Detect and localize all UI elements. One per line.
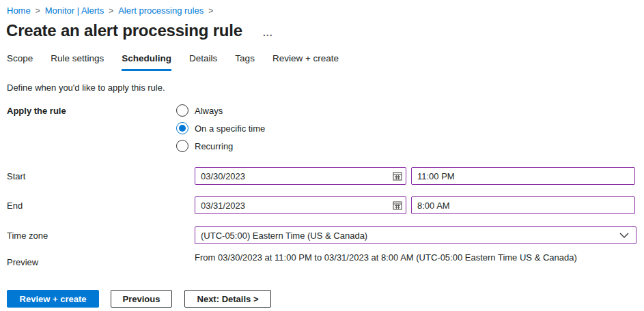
tab-tags[interactable]: Tags bbox=[235, 53, 255, 71]
breadcrumb: Home > Monitor | Alerts > Alert processi… bbox=[7, 5, 213, 16]
radio-on-specific-time-label: On a specific time bbox=[195, 123, 265, 134]
start-time-field bbox=[411, 167, 635, 185]
page-title: Create an alert processing rule bbox=[6, 21, 242, 40]
scheduling-description: Define when you'd like to apply this rul… bbox=[7, 83, 165, 93]
start-label: Start bbox=[7, 171, 25, 181]
radio-recurring-label: Recurring bbox=[195, 141, 233, 151]
tab-review-create[interactable]: Review + create bbox=[272, 53, 339, 71]
tab-details[interactable]: Details bbox=[189, 53, 217, 71]
radio-circle-icon bbox=[176, 122, 188, 134]
end-time-field bbox=[411, 196, 635, 214]
breadcrumb-separator-icon: > bbox=[208, 6, 213, 16]
previous-button[interactable]: Previous bbox=[111, 290, 172, 308]
breadcrumb-separator-icon: > bbox=[109, 6, 113, 16]
end-time-input[interactable] bbox=[412, 197, 634, 213]
next-details-button[interactable]: Next: Details > bbox=[184, 290, 271, 308]
radio-on-specific-time[interactable]: On a specific time bbox=[176, 122, 265, 134]
end-label: End bbox=[7, 201, 23, 211]
apply-rule-radio-group: Always On a specific time Recurring bbox=[176, 104, 265, 152]
start-date-field bbox=[195, 167, 406, 185]
preview-value: From 03/30/2023 at 11:00 PM to 03/31/202… bbox=[195, 252, 577, 263]
timezone-label: Time zone bbox=[7, 231, 48, 241]
tab-rule-settings[interactable]: Rule settings bbox=[51, 53, 104, 71]
timezone-dropdown[interactable]: (UTC-05:00) Eastern Time (US & Canada) bbox=[195, 226, 636, 244]
radio-always[interactable]: Always bbox=[176, 104, 265, 117]
radio-circle-icon bbox=[176, 104, 188, 117]
breadcrumb-separator-icon: > bbox=[36, 6, 40, 16]
breadcrumb-alert-processing-rules[interactable]: Alert processing rules bbox=[118, 5, 204, 16]
review-create-button[interactable]: Review + create bbox=[7, 290, 99, 308]
start-time-input[interactable] bbox=[412, 168, 634, 184]
tab-scheduling[interactable]: Scheduling bbox=[122, 53, 171, 71]
tab-scope[interactable]: Scope bbox=[7, 53, 33, 71]
chevron-down-icon bbox=[619, 233, 629, 238]
radio-circle-icon bbox=[176, 140, 188, 152]
calendar-icon[interactable] bbox=[389, 197, 406, 213]
title-row: Create an alert processing rule ... bbox=[6, 21, 273, 40]
radio-always-label: Always bbox=[195, 106, 223, 116]
create-alert-processing-rule-page: Home > Monitor | Alerts > Alert processi… bbox=[0, 0, 644, 311]
end-date-field bbox=[195, 196, 406, 214]
start-date-input[interactable] bbox=[195, 168, 389, 184]
more-options-icon[interactable]: ... bbox=[263, 30, 273, 35]
end-date-input[interactable] bbox=[195, 197, 389, 213]
calendar-icon[interactable] bbox=[389, 168, 406, 184]
preview-label: Preview bbox=[7, 257, 38, 267]
apply-the-rule-label: Apply the rule bbox=[7, 106, 66, 116]
breadcrumb-monitor-alerts[interactable]: Monitor | Alerts bbox=[45, 5, 104, 16]
tab-bar: Scope Rule settings Scheduling Details T… bbox=[7, 53, 339, 71]
radio-recurring[interactable]: Recurring bbox=[176, 140, 265, 152]
breadcrumb-home[interactable]: Home bbox=[7, 5, 31, 16]
timezone-selected-value: (UTC-05:00) Eastern Time (US & Canada) bbox=[201, 231, 367, 241]
